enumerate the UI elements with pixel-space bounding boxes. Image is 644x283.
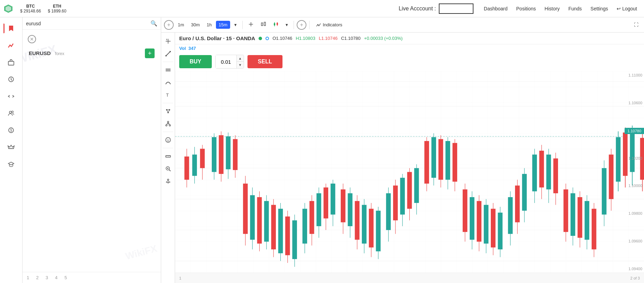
ohlc-close: C1.10780 bbox=[341, 36, 360, 41]
svg-rect-109 bbox=[341, 189, 346, 222]
svg-rect-153 bbox=[508, 197, 513, 234]
timeframe-1m[interactable]: 1m bbox=[175, 21, 187, 29]
svg-point-38 bbox=[169, 125, 171, 126]
indicators-btn[interactable]: Indicators bbox=[312, 21, 346, 29]
emoji-draw-btn[interactable] bbox=[162, 134, 174, 146]
svg-rect-161 bbox=[539, 151, 544, 187]
svg-point-42 bbox=[166, 138, 171, 142]
svg-rect-75 bbox=[212, 137, 217, 172]
svg-point-44 bbox=[168, 139, 169, 140]
ohlc-open: O1.10746 bbox=[272, 36, 292, 41]
ruler-draw-btn[interactable] bbox=[162, 150, 174, 162]
svg-rect-10 bbox=[261, 23, 263, 26]
indicators-icon bbox=[316, 22, 321, 28]
hlines-draw-btn[interactable] bbox=[162, 64, 174, 76]
svg-rect-141 bbox=[463, 189, 468, 232]
svg-rect-69 bbox=[184, 157, 189, 180]
quantity-input[interactable] bbox=[216, 55, 236, 68]
toolbar-separator-2 bbox=[294, 21, 294, 29]
chart-type-dropdown[interactable]: ▾ bbox=[283, 21, 291, 29]
svg-point-4 bbox=[9, 111, 11, 113]
svg-rect-73 bbox=[200, 149, 205, 168]
sidebar-item-watchlist[interactable] bbox=[3, 21, 19, 36]
svg-rect-163 bbox=[546, 154, 551, 189]
svg-rect-137 bbox=[445, 141, 450, 180]
buy-button[interactable]: BUY bbox=[179, 55, 212, 68]
timeframe-1h[interactable]: 1h bbox=[204, 21, 214, 29]
sidebar-item-code[interactable] bbox=[3, 89, 19, 104]
svg-rect-127 bbox=[407, 172, 412, 209]
add-symbol-button[interactable]: + bbox=[145, 48, 155, 58]
page-indicator: 2 of 3 bbox=[630, 276, 640, 280]
quantity-input-wrap: ▲ ▼ bbox=[215, 55, 244, 69]
fork-draw-btn[interactable] bbox=[162, 118, 174, 130]
left-sidebar: $ bbox=[0, 17, 23, 283]
drawing-tools: T bbox=[161, 33, 175, 283]
svg-rect-11 bbox=[264, 22, 266, 26]
toolbar-separator-3 bbox=[309, 21, 310, 29]
svg-rect-101 bbox=[310, 201, 314, 234]
candle-chart-btn[interactable] bbox=[270, 20, 281, 29]
svg-point-54 bbox=[167, 179, 169, 180]
nav-dashboard[interactable]: Dashboard bbox=[480, 4, 511, 14]
svg-rect-125 bbox=[400, 178, 405, 214]
main-layout: $ 🔍 WikiFX WikiFX ✕ EURUSD f bbox=[0, 17, 644, 283]
sell-button[interactable]: SELL bbox=[247, 55, 282, 68]
svg-rect-157 bbox=[522, 174, 527, 211]
crosshair-draw-btn[interactable] bbox=[162, 35, 174, 47]
timeframe-30m[interactable]: 30m bbox=[188, 21, 202, 29]
line-draw-btn[interactable] bbox=[162, 48, 174, 60]
symbol-name: EURUSD bbox=[29, 50, 51, 56]
fullscreen-btn[interactable]: ⛶ bbox=[631, 21, 641, 29]
search-input[interactable] bbox=[26, 21, 148, 26]
svg-point-37 bbox=[166, 125, 167, 126]
qty-up-arrow[interactable]: ▲ bbox=[237, 55, 244, 62]
nav-funds[interactable]: Funds bbox=[565, 4, 585, 14]
svg-point-25 bbox=[169, 51, 171, 52]
eth-price: ETH $ 1899.60 bbox=[48, 4, 66, 14]
logout-button[interactable]: ↩ Logout bbox=[613, 4, 641, 14]
curve-draw-btn[interactable] bbox=[162, 77, 174, 88]
sidebar-item-crown[interactable] bbox=[3, 140, 19, 155]
svg-line-40 bbox=[168, 123, 170, 125]
svg-rect-117 bbox=[369, 209, 374, 248]
timeframe-dropdown[interactable]: ▾ bbox=[232, 21, 240, 29]
anchor-draw-btn[interactable] bbox=[162, 175, 174, 187]
sidebar-item-education[interactable] bbox=[3, 157, 19, 172]
crosshair-tool-btn[interactable] bbox=[245, 20, 256, 29]
nav-history[interactable]: History bbox=[541, 4, 563, 14]
svg-rect-12 bbox=[274, 23, 275, 25]
svg-rect-83 bbox=[243, 184, 248, 234]
add-chart-btn[interactable]: + bbox=[164, 20, 174, 30]
close-button[interactable]: ✕ bbox=[28, 35, 36, 43]
svg-rect-183 bbox=[623, 133, 628, 176]
bar-chart-btn[interactable] bbox=[258, 20, 269, 29]
svg-rect-85 bbox=[250, 195, 255, 240]
timeframe-15m[interactable]: 15m bbox=[216, 21, 230, 29]
sidebar-item-portfolio[interactable] bbox=[3, 55, 19, 70]
live-account-input[interactable] bbox=[439, 3, 473, 14]
qty-down-arrow[interactable]: ▼ bbox=[237, 62, 244, 68]
sidebar-item-history[interactable] bbox=[3, 72, 19, 87]
symbol-result-eurusd[interactable]: EURUSD forex + bbox=[26, 45, 157, 62]
chart-section: + 1m 30m 1h 15m ▾ ▾ + Indicators bbox=[161, 17, 644, 283]
add-indicator-btn[interactable]: + bbox=[297, 20, 306, 30]
nav-positions[interactable]: Positions bbox=[513, 4, 539, 14]
svg-rect-111 bbox=[348, 193, 353, 226]
wikifx-watermark-search2: WikiFX bbox=[124, 243, 158, 262]
sidebar-item-funds[interactable]: $ bbox=[3, 123, 19, 138]
text-draw-btn[interactable]: T bbox=[162, 89, 174, 101]
chart-volume-row: Vol 347 bbox=[175, 44, 644, 52]
svg-point-36 bbox=[167, 121, 169, 123]
search-panel: 🔍 WikiFX WikiFX ✕ EURUSD forex + 1 2 bbox=[23, 17, 161, 283]
search-icon[interactable]: 🔍 bbox=[150, 20, 157, 27]
sidebar-item-chart[interactable] bbox=[3, 38, 19, 53]
live-dot-teal bbox=[266, 37, 269, 40]
nav-settings[interactable]: Settings bbox=[587, 4, 612, 14]
nodes-draw-btn[interactable] bbox=[162, 105, 174, 117]
svg-line-39 bbox=[166, 123, 168, 125]
live-dot-green bbox=[259, 37, 262, 40]
zoom-draw-btn[interactable] bbox=[162, 163, 174, 175]
sidebar-item-users[interactable] bbox=[3, 106, 19, 121]
btc-price: BTC $ 29148.66 bbox=[20, 4, 41, 14]
